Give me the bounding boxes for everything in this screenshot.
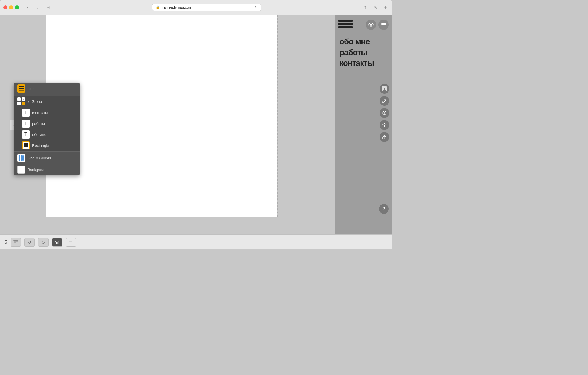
bottom-bar: 5 + xyxy=(0,234,392,249)
tool-frame[interactable] xyxy=(380,84,389,94)
svg-rect-2 xyxy=(19,90,24,91)
grid-bar-2 xyxy=(21,155,22,161)
new-tab-button[interactable]: + xyxy=(382,4,389,11)
redo-button[interactable] xyxy=(38,238,49,247)
grid-label: Grid & Guides xyxy=(28,156,51,160)
nav-menu: обо мне работы контакты xyxy=(335,33,392,72)
divider-2 xyxy=(14,151,80,152)
url-text: my.readymag.com xyxy=(162,5,192,9)
page-thumbnail-button[interactable] xyxy=(11,238,21,247)
window-chrome: ‹ › ⊟ 🔒 my.readymag.com ↻ ⬆ ⤡ + xyxy=(0,0,392,15)
group-section: T T T ▼ Group T контакты T xyxy=(14,96,80,151)
lock-icon: 🔒 xyxy=(156,5,160,9)
share-button[interactable]: ⬆ xyxy=(361,4,369,11)
nav-item-obo-mne: обо мне xyxy=(339,37,388,47)
layer-item-background[interactable]: Background xyxy=(14,164,80,175)
svg-point-12 xyxy=(384,138,385,139)
nav-item-raboty: работы xyxy=(339,48,388,57)
svg-rect-1 xyxy=(19,88,24,89)
mini-t1: T xyxy=(17,97,21,101)
layers-button[interactable] xyxy=(52,238,62,247)
layer-item-raboty[interactable]: T работы xyxy=(14,118,80,129)
grid-icon-box xyxy=(17,154,25,162)
icon-layer-icon xyxy=(17,84,25,93)
sub-label-3: обо мне xyxy=(32,132,46,137)
address-bar[interactable]: 🔒 my.readymag.com ↻ xyxy=(152,4,261,11)
svg-rect-14 xyxy=(14,241,16,243)
add-page-button[interactable]: + xyxy=(66,238,76,247)
help-button[interactable]: ? xyxy=(379,204,389,214)
canvas-white xyxy=(46,15,277,217)
svg-rect-7 xyxy=(381,26,386,26)
svg-rect-0 xyxy=(19,86,24,87)
canvas-area: ‹ Icon T T xyxy=(0,15,335,234)
tool-layers[interactable] xyxy=(380,120,389,130)
bg-icon-box xyxy=(17,166,25,174)
address-bar-area: 🔒 my.readymag.com ↻ xyxy=(55,4,359,11)
group-label: Group xyxy=(32,99,42,104)
guide-line-right xyxy=(277,15,278,217)
svg-rect-16 xyxy=(16,243,18,243)
text-icon-3: T xyxy=(22,130,30,139)
icon-layer-label: Icon xyxy=(28,86,35,91)
sub-items: T контакты T работы T обо мне xyxy=(14,107,80,151)
ham-bar-2 xyxy=(338,23,353,25)
layer-item-obo-mne[interactable]: T обо мне xyxy=(14,129,80,140)
reload-icon[interactable]: ↻ xyxy=(254,5,258,9)
mini-rect xyxy=(22,102,25,105)
traffic-lights xyxy=(3,5,19,9)
chevron-icon: ▼ xyxy=(27,100,30,103)
svg-rect-15 xyxy=(16,241,18,242)
close-button[interactable] xyxy=(3,5,7,9)
grid-bar-1 xyxy=(19,155,20,161)
mini-t3: T xyxy=(17,102,21,105)
sub-label-4: Rectangle xyxy=(32,143,49,148)
forward-button[interactable]: › xyxy=(34,4,42,11)
minimize-button[interactable] xyxy=(9,5,13,9)
layers-panel: Icon T T T ▼ Group xyxy=(14,83,80,175)
fullscreen-button[interactable]: ⤡ xyxy=(372,4,380,11)
sub-label-1: контакты xyxy=(32,111,48,115)
svg-rect-6 xyxy=(381,24,386,25)
ham-bar-1 xyxy=(338,20,353,22)
maximize-button[interactable] xyxy=(15,5,19,9)
grid-bar-3 xyxy=(22,155,24,161)
layer-item-rectangle[interactable]: Rectangle xyxy=(14,140,80,151)
sidebar-toggle-button[interactable]: ⊟ xyxy=(44,4,52,11)
svg-rect-8 xyxy=(382,87,386,91)
right-panel: обо мне работы контакты xyxy=(335,15,392,234)
layer-item-kontakty[interactable]: T контакты xyxy=(14,107,80,118)
text-icon-1: T xyxy=(22,109,30,117)
nav-item-kontakty: контакты xyxy=(339,58,388,68)
sub-label-2: работы xyxy=(32,122,45,126)
svg-rect-5 xyxy=(381,23,386,24)
eye-button[interactable] xyxy=(366,20,376,30)
tool-lock[interactable] xyxy=(380,132,389,142)
bg-label: Background xyxy=(28,168,47,172)
group-icon: T T T xyxy=(17,97,25,105)
rect-icon xyxy=(22,141,30,149)
menu-button[interactable] xyxy=(378,20,389,30)
right-panel-tools xyxy=(380,84,389,142)
divider-1 xyxy=(14,95,80,95)
main-area: ‹ Icon T T xyxy=(0,15,392,234)
rect-inner xyxy=(24,143,28,147)
page-number: 5 xyxy=(5,240,7,245)
ham-bar-3 xyxy=(338,26,353,28)
back-button[interactable]: ‹ xyxy=(24,4,32,11)
group-header[interactable]: T T T ▼ Group xyxy=(14,96,80,107)
undo-button[interactable] xyxy=(24,238,35,247)
svg-point-4 xyxy=(370,24,372,26)
text-icon-2: T xyxy=(22,120,30,128)
layer-item-grid[interactable]: Grid & Guides xyxy=(14,152,80,164)
right-panel-buttons xyxy=(366,20,389,30)
tool-arrow[interactable] xyxy=(380,108,389,118)
right-panel-top xyxy=(335,15,392,33)
hamburger-icon-large xyxy=(338,20,353,28)
tool-edit[interactable] xyxy=(380,96,389,106)
mini-t2: T xyxy=(22,97,25,101)
layer-item-icon[interactable]: Icon xyxy=(14,83,80,94)
svg-rect-9 xyxy=(383,88,386,90)
